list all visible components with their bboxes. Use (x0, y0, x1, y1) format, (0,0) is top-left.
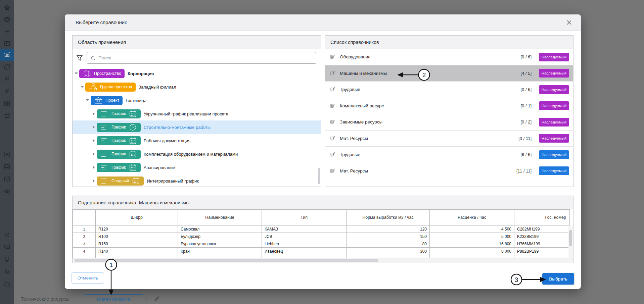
close-icon[interactable] (565, 19, 573, 26)
expand-right-icon[interactable] (91, 152, 97, 156)
database-export-icon (329, 114, 336, 130)
tree-node-schedule[interactable]: График Комплектация оборудованием и мате… (73, 147, 321, 161)
directory-item[interactable]: Зависимые ресурсы [0 / 2] Наследуемый (325, 114, 573, 131)
select-button[interactable]: Выбрать (542, 273, 574, 285)
search-input[interactable] (98, 52, 314, 63)
scrollbar-thumb[interactable] (75, 259, 378, 262)
table-row[interactable]: 3R150Буровая установкаLiebherr8016 800H7… (73, 240, 570, 248)
table-row[interactable]: 1R120СамосвалКАМАЗ1204 500C282MH199 (73, 225, 570, 233)
comment-icon[interactable] (3, 244, 11, 251)
tree-node-schedule[interactable]: График Укрупненный график реализации про… (73, 107, 321, 120)
tree-node-label: Рабочая документация (144, 138, 191, 143)
clock-icon (128, 123, 137, 132)
board-icon[interactable] (3, 40, 11, 47)
inherited-badge: Наследуемый (539, 118, 569, 126)
translate-icon[interactable] (3, 268, 11, 275)
directory-item[interactable]: Мат. Ресурсы [0 / 11] Наследуемый (325, 131, 573, 147)
calendar-check-icon[interactable] (3, 175, 11, 183)
item-count: [4 / 5] (505, 71, 532, 76)
tree-node-label: Интегрированный график (147, 179, 199, 184)
expand-right-icon[interactable] (91, 112, 97, 115)
app-sidebar (0, 0, 14, 304)
org-chart-icon (89, 83, 98, 92)
expand-down-icon[interactable] (73, 72, 79, 74)
directory-item[interactable]: Трудовые [6 / 6] Наследуемый (325, 147, 573, 163)
space-badge: Пространство (79, 69, 125, 78)
edit-tab-icon[interactable] (153, 296, 160, 302)
bell-icon[interactable] (3, 256, 11, 263)
home-icon[interactable] (3, 4, 11, 11)
database-export-icon (329, 49, 336, 65)
directory-item[interactable]: Трудовые [0 / 6] Наследуемый (325, 82, 573, 98)
table-row[interactable]: 4R140КранИвановец3008 000P882BP199 (73, 248, 570, 255)
expand-down-icon[interactable] (85, 99, 91, 101)
inherited-badge: Наследуемый (539, 134, 569, 143)
tree-node-project-group[interactable]: Группа проектов Западный филиал (73, 80, 321, 94)
directory-item[interactable]: Оборудование [0 / 6] Наследуемый (325, 49, 573, 65)
tree-node-label: Корпорация (128, 71, 154, 76)
directory-item[interactable]: Мат. Ресурсы [11 / 11] Наследуемый (325, 163, 573, 180)
tree-node-schedule-selected[interactable]: График Строительно-монтажные работы (73, 120, 321, 134)
directory-item-selected[interactable]: Машины и механизмы [4 / 5] Наследуемый (325, 65, 573, 82)
schedule-badge: График (97, 123, 141, 132)
expand-right-icon[interactable] (91, 125, 97, 129)
table-row[interactable]: 2R100БульдозерJCB1505 000K232BB199 (73, 233, 570, 240)
database-export-icon (329, 82, 336, 98)
tree-node-project[interactable]: Проект Гостиница (73, 94, 321, 107)
flag-icon[interactable] (3, 75, 11, 83)
globe-icon[interactable] (3, 16, 11, 23)
list-icon[interactable] (3, 163, 11, 170)
tree-node-schedule[interactable]: График Рабочая документация (73, 134, 321, 147)
lines-icon (100, 150, 109, 159)
application-area-title: Область применения (73, 36, 321, 49)
timeline-icon[interactable] (3, 28, 11, 35)
summary-badge: Сводный (97, 176, 144, 186)
database-export-icon (329, 65, 336, 82)
expand-down-icon[interactable] (79, 86, 85, 88)
calendar-icon (131, 176, 140, 186)
tree-node-space[interactable]: Пространство Корпорация (73, 67, 321, 80)
tab-technical-resources[interactable]: Технические ресурсы (21, 294, 70, 304)
database-export-icon (329, 131, 336, 147)
table-vertical-scrollbar[interactable] (568, 225, 573, 259)
tree-node-label: Гостиница (126, 98, 146, 103)
application-area-panel: Область применения Пространство Корпорац… (72, 35, 321, 187)
col-plate: Гос. номер (514, 210, 570, 225)
directory-content-panel: Содержание справочника: Машины и механиз… (72, 196, 573, 263)
map-icon (83, 69, 92, 78)
table-horizontal-scrollbar[interactable] (73, 258, 573, 263)
calendar-icon (128, 150, 137, 159)
eye-icon[interactable] (3, 188, 11, 195)
tab-new-tab[interactable]: Новая вкладка (84, 294, 143, 304)
tree-node-label: Авансирование (144, 165, 175, 170)
chart-icon[interactable] (3, 51, 11, 58)
select-directory-dialog: Выберите справочник Область применения П… (65, 14, 581, 289)
tree-node-label: Западный филиал (139, 85, 176, 90)
text-style-icon[interactable] (3, 151, 11, 158)
expand-right-icon[interactable] (91, 179, 97, 183)
item-count: [11 / 11] (505, 168, 532, 173)
lines-icon (100, 109, 109, 118)
schedule-badge: График (97, 163, 141, 172)
brightness-icon[interactable] (3, 231, 11, 239)
database-icon[interactable] (3, 112, 11, 119)
info-icon[interactable] (3, 281, 11, 288)
tree-scrollbar[interactable] (318, 168, 320, 184)
database-export-icon (329, 147, 336, 163)
directory-item[interactable]: Комплексный ресурс [0 / 1] Наследуемый (325, 98, 573, 114)
dialog-header: Выберите справочник (65, 14, 581, 31)
bank-icon (94, 96, 103, 105)
copy-icon[interactable] (3, 63, 11, 71)
schedule-badge: График (97, 109, 141, 118)
add-tab-icon[interactable] (143, 296, 149, 302)
cancel-button[interactable]: Отменить (72, 272, 104, 284)
grid-icon[interactable] (3, 100, 11, 107)
directory-list-panel: Список справочников Оборудование [0 / 6]… (325, 35, 573, 187)
tree-node-summary[interactable]: Сводный Интегрированный график (73, 174, 321, 187)
inherited-badge: Наследуемый (539, 150, 569, 159)
tree-node-schedule[interactable]: График Авансирование (73, 161, 321, 174)
expand-right-icon[interactable] (91, 139, 97, 142)
expand-right-icon[interactable] (91, 166, 97, 169)
hatch-icon[interactable] (3, 88, 11, 95)
filter-icon[interactable] (76, 54, 84, 62)
